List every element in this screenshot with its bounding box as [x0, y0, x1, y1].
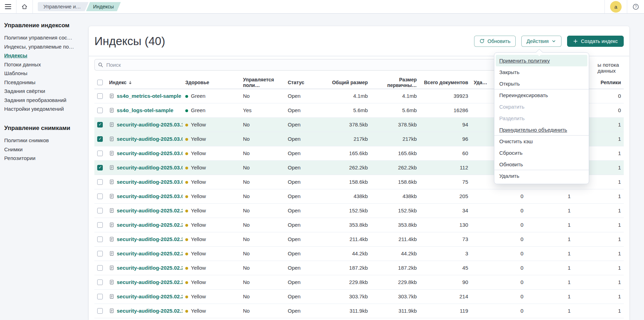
index-link[interactable]: security-auditlog-2025.03.05 [109, 165, 180, 170]
row-checkbox[interactable] [97, 179, 103, 185]
row-checkbox[interactable] [97, 122, 103, 128]
header-status[interactable]: Статус [285, 76, 327, 89]
row-checkbox[interactable] [97, 279, 103, 285]
row-select-cell [94, 160, 106, 175]
primary-size-cell: 152.5kb [371, 203, 420, 218]
health-label: Green [191, 107, 206, 113]
row-checkbox[interactable] [97, 194, 103, 199]
health-label: Yellow [191, 136, 206, 142]
table-row: security-auditlog-2025.03.03 Yellow No O… [94, 189, 624, 203]
health-label: Yellow [191, 236, 206, 242]
sidebar-item[interactable]: Политики снимков [4, 138, 86, 143]
avatar[interactable]: a [610, 1, 622, 13]
health-dot [185, 95, 188, 98]
sidebar-item[interactable]: Потоки данных [4, 62, 86, 67]
index-link[interactable]: security-auditlog-2025.03.10 [109, 122, 180, 128]
sidebar-item[interactable]: Индексы [4, 53, 86, 58]
sidebar-item[interactable]: Настройки уведомлений [4, 106, 86, 111]
document-icon [109, 122, 114, 127]
menu-item[interactable]: Сбросить [494, 147, 589, 159]
menu-item[interactable]: Открыть [494, 78, 589, 89]
index-link[interactable]: security-auditlog-2025.02.28 [109, 208, 180, 213]
index-link[interactable]: security-auditlog-2025.03.04 [109, 179, 180, 185]
menu-item[interactable]: Очистить кэш [494, 136, 589, 147]
index-link[interactable]: security-auditlog-2025.03.03 [109, 193, 180, 199]
index-link[interactable]: security-auditlog-2025.02.25 [109, 250, 180, 256]
menu-item[interactable]: Переиндексировать [494, 89, 589, 101]
select-all-checkbox[interactable] [97, 80, 103, 85]
index-link[interactable]: security-auditlog-2025.03.06 [109, 150, 180, 156]
index-link[interactable]: security-auditlog-2025.02.24 [109, 265, 180, 271]
table-row: security-auditlog-2025.02.19 Yellow No O… [94, 304, 624, 318]
managed-cell: No [240, 132, 285, 146]
breadcrumb-item-current[interactable]: Индексы [86, 2, 121, 11]
row-select-cell [94, 103, 106, 117]
row-select-cell [94, 232, 106, 246]
create-index-button[interactable]: Создать индекс [567, 36, 624, 47]
primary-size-cell: 303.7kb [371, 289, 420, 304]
row-checkbox[interactable] [97, 265, 103, 271]
total-docs-cell: 96 [420, 132, 471, 146]
breadcrumb-item[interactable]: Управление и… [38, 2, 88, 11]
row-select-cell [94, 289, 106, 304]
header-managed[interactable]: Управляется поли… [240, 76, 285, 89]
home-icon[interactable] [16, 0, 33, 13]
sidebar-item[interactable]: Снимки [4, 147, 86, 152]
sidebar-item[interactable]: Индексы, управляемые по… [4, 44, 86, 49]
health-cell: Yellow [183, 117, 240, 132]
sidebar-item[interactable]: Задания преобразований [4, 97, 86, 103]
sidebar-item[interactable]: Задания свёртки [4, 88, 86, 94]
row-checkbox[interactable] [97, 294, 103, 299]
total-size-cell: 152.5kb [327, 203, 371, 218]
datastream-toggle-label-fragment[interactable]: ы потока данных [598, 62, 624, 74]
sidebar-item[interactable]: Репозитории [4, 155, 86, 161]
row-checkbox[interactable] [97, 251, 103, 256]
row-checkbox[interactable] [97, 108, 103, 113]
health-dot [185, 224, 188, 227]
table-row: security-auditlog-2025.02.26 Yellow No O… [94, 232, 624, 246]
row-checkbox[interactable] [97, 208, 103, 213]
menu-item[interactable]: Удалить [494, 170, 589, 182]
menu-item[interactable]: Закрыть [494, 66, 589, 78]
index-link[interactable]: ss4o_logs-otel-sample [109, 107, 180, 113]
managed-cell: No [240, 261, 285, 275]
index-cell: security-auditlog-2025.02.19 [106, 304, 183, 318]
health-cell: Yellow [183, 218, 240, 232]
row-checkbox[interactable] [97, 136, 103, 142]
index-link[interactable]: security-auditlog-2025.02.19 [109, 308, 180, 314]
menu-item[interactable]: Принудительно объединить [494, 124, 589, 136]
sidebar-item[interactable]: Псевдонимы [4, 80, 86, 85]
sidebar-item[interactable]: Шаблоны [4, 71, 86, 76]
row-checkbox[interactable] [97, 237, 103, 242]
index-name: security-auditlog-2025.03.06 [117, 150, 183, 156]
index-link[interactable]: security-auditlog-2025.02.21 [109, 279, 180, 285]
menu-item[interactable]: Применить политику [496, 55, 587, 66]
row-checkbox[interactable] [97, 151, 103, 156]
index-link[interactable]: security-auditlog-2025.03.07 [109, 136, 180, 142]
header-primary-size[interactable]: Размер первичны… [371, 76, 420, 89]
row-checkbox[interactable] [97, 93, 103, 99]
row-checkbox[interactable] [97, 165, 103, 170]
header-total-docs[interactable]: Всего документов [420, 76, 471, 89]
total-size-cell: 303.7kb [327, 289, 371, 304]
row-checkbox[interactable] [97, 308, 103, 314]
health-cell: Yellow [183, 304, 240, 318]
actions-button[interactable]: Действия [521, 36, 562, 47]
index-link[interactable]: security-auditlog-2025.02.27 [109, 222, 180, 228]
index-link[interactable]: security-auditlog-2025.02.26 [109, 236, 180, 242]
primaries-cell: 1 [526, 218, 573, 232]
header-total-size[interactable]: Общий размер [327, 76, 371, 89]
help-icon[interactable]: ? [627, 0, 644, 13]
managed-cell: No [240, 89, 285, 103]
menu-icon[interactable] [0, 0, 16, 13]
sidebar-item[interactable]: Политики управления сос… [4, 35, 86, 40]
index-link[interactable]: ss4o_metrics-otel-sample [109, 93, 180, 99]
row-checkbox[interactable] [97, 222, 103, 228]
header-index[interactable]: Индекс [106, 76, 183, 89]
header-health[interactable]: Здоровье [183, 76, 240, 89]
document-icon [109, 222, 114, 227]
replicas-cell: 1 [573, 246, 624, 261]
menu-item[interactable]: Обновить [494, 159, 589, 170]
refresh-button[interactable]: Обновить [474, 36, 516, 47]
index-link[interactable]: security-auditlog-2025.02.20 [109, 293, 180, 299]
